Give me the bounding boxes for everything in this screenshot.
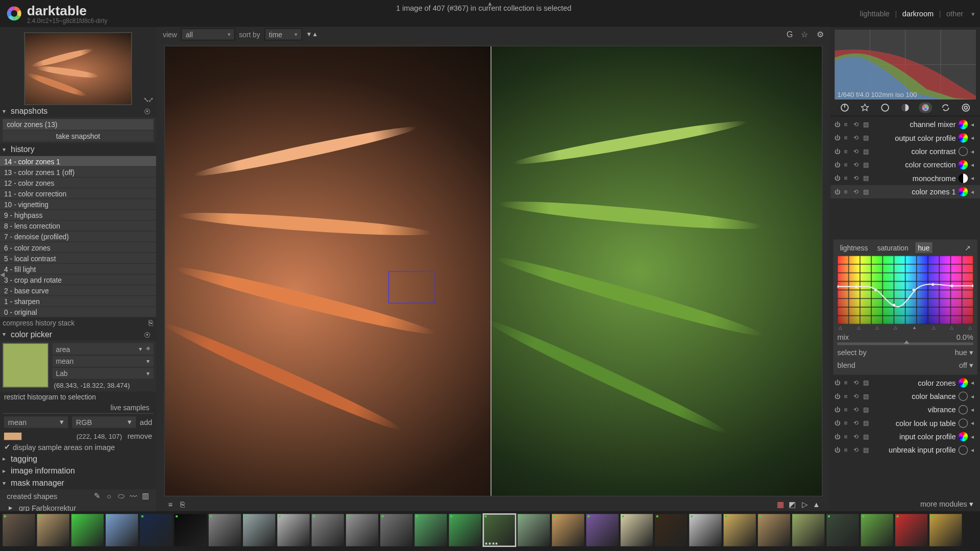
preset-icon[interactable]: ▤ xyxy=(863,135,870,141)
module-row[interactable]: ⏻≡⟲▤unbreak input profile◂ xyxy=(830,443,980,456)
module-row[interactable]: ⏻≡⟲▤monochrome◂ xyxy=(830,171,980,185)
snapshot-current[interactable]: color zones (13) xyxy=(3,119,153,130)
history-header[interactable]: ▾history xyxy=(0,143,156,156)
expand-arrow-icon[interactable]: ◂ xyxy=(971,406,976,413)
filmstrip[interactable]: ★★★★ xyxy=(0,511,980,549)
snapshots-header[interactable]: ▾snapshots⦿ xyxy=(0,105,156,117)
power-icon[interactable]: ⏻ xyxy=(835,379,841,386)
expand-arrow-icon[interactable]: ◂ xyxy=(971,188,976,195)
history-item[interactable]: 12 - color zones xyxy=(0,178,156,188)
filmstrip-thumb[interactable]: ★★★★ xyxy=(483,514,516,546)
gear-icon[interactable]: ⚙ xyxy=(817,30,824,39)
reset-icon[interactable]: ⟲ xyxy=(853,121,860,128)
reset-icon[interactable]: ⟲ xyxy=(853,392,860,399)
gear-icon[interactable]: ⦿ xyxy=(144,331,151,338)
popout-icon[interactable]: ↗ xyxy=(962,242,973,253)
color-zones-curve[interactable] xyxy=(837,255,973,324)
power-icon[interactable]: ⏻ xyxy=(835,188,841,195)
compress-history-button[interactable]: compress history stack xyxy=(3,319,149,327)
expand-arrow-icon[interactable]: ◂ xyxy=(971,121,976,128)
history-item[interactable]: 2 - base curve xyxy=(0,285,156,295)
filmstrip-thumb[interactable] xyxy=(758,514,790,546)
filmstrip-thumb[interactable] xyxy=(621,514,653,546)
active-modules-tab-icon[interactable] xyxy=(838,102,851,113)
tone-tab-icon[interactable] xyxy=(898,102,912,113)
reset-icon[interactable]: ⟲ xyxy=(853,175,860,182)
filmstrip-thumb[interactable] xyxy=(414,514,447,546)
multi-instance-icon[interactable]: ≡ xyxy=(844,135,851,141)
module-row[interactable]: ⏻≡⟲▤color correction◂ xyxy=(830,158,980,171)
history-item[interactable]: 14 - color zones 1 xyxy=(0,156,156,166)
expand-arrow-icon[interactable]: ◂ xyxy=(971,148,976,155)
view-other-menu-icon[interactable]: ▾ xyxy=(971,10,975,17)
module-row[interactable]: ⏻≡⟲▤color zones 1◂ xyxy=(830,185,980,198)
power-icon[interactable]: ⏻ xyxy=(835,161,841,168)
cz-tab-hue[interactable]: hue xyxy=(915,242,933,253)
color-picker-header[interactable]: ▾color picker⦿ xyxy=(0,329,156,341)
filmstrip-thumb[interactable] xyxy=(312,514,344,546)
reset-icon[interactable]: ⟲ xyxy=(853,379,860,386)
filmstrip-thumb[interactable] xyxy=(3,514,35,546)
power-icon[interactable]: ⏻ xyxy=(835,433,841,440)
module-row[interactable]: ⏻≡⟲▤input color profile◂ xyxy=(830,430,980,443)
sample-stat-select[interactable]: mean▾ xyxy=(4,416,68,428)
preset-icon[interactable]: ▤ xyxy=(863,379,870,386)
filmstrip-thumb[interactable] xyxy=(243,514,275,546)
view-other[interactable]: other xyxy=(946,9,963,17)
history-item[interactable]: 7 - denoise (profiled) xyxy=(0,232,156,242)
image-canvas[interactable] xyxy=(164,46,823,497)
expand-arrow-icon[interactable]: ◂ xyxy=(971,392,976,399)
preset-icon[interactable]: ▤ xyxy=(863,161,870,168)
expand-arrow-icon[interactable]: ◂ xyxy=(971,379,976,386)
preset-icon[interactable]: ▤ xyxy=(863,433,870,440)
reset-icon[interactable]: ⟲ xyxy=(853,433,860,440)
multi-instance-icon[interactable]: ≡ xyxy=(844,188,851,195)
g-icon[interactable]: G xyxy=(787,30,793,39)
preset-icon[interactable]: ▤ xyxy=(863,188,870,195)
correction-tab-icon[interactable] xyxy=(939,102,952,113)
filmstrip-thumb[interactable] xyxy=(346,514,378,546)
sample-model-select[interactable]: RGB▾ xyxy=(72,416,136,428)
top-panel-toggle[interactable]: ▲ xyxy=(487,0,493,7)
history-item[interactable]: 10 - vignetting xyxy=(0,199,156,209)
select-by-value[interactable]: hue xyxy=(955,348,967,356)
power-icon[interactable]: ⏻ xyxy=(835,175,841,182)
multi-instance-icon[interactable]: ≡ xyxy=(844,175,851,182)
reset-icon[interactable]: ⟲ xyxy=(853,188,860,195)
module-row[interactable]: ⏻≡⟲▤color balance◂ xyxy=(830,389,980,403)
sort-direction-icon[interactable]: ▼▲ xyxy=(306,31,318,38)
star-icon[interactable]: ☆ xyxy=(801,30,808,39)
filmstrip-thumb[interactable] xyxy=(826,514,859,546)
restrict-histogram-label[interactable]: restrict histogram to selection xyxy=(0,391,156,402)
module-row[interactable]: ⏻≡⟲▤output color profile◂ xyxy=(830,131,980,144)
expand-arrow-icon[interactable]: ◂ xyxy=(971,446,976,453)
history-item[interactable]: 11 - color correction xyxy=(0,188,156,198)
preset-icon[interactable]: ▤ xyxy=(863,406,870,413)
expand-icon[interactable]: ⤡ ⤢ xyxy=(143,96,152,104)
multi-instance-icon[interactable]: ≡ xyxy=(844,419,851,426)
expand-arrow-icon[interactable]: ◂ xyxy=(971,161,976,168)
filmstrip-thumb[interactable] xyxy=(380,514,412,546)
history-item[interactable]: 3 - crop and rotate xyxy=(0,274,156,285)
favorites-tab-icon[interactable] xyxy=(858,102,871,113)
more-modules-button[interactable]: more modules ▾ xyxy=(830,497,980,512)
circle-icon[interactable]: ○ xyxy=(105,492,113,500)
cz-tab-saturation[interactable]: saturation xyxy=(875,242,911,253)
reset-icon[interactable]: ⟲ xyxy=(853,419,860,426)
histogram[interactable]: 1/640 f/4.0 102mm iso 100 xyxy=(835,30,976,99)
history-item[interactable]: 13 - color zones 1 (off) xyxy=(0,167,156,177)
history-item[interactable]: 5 - local contrast xyxy=(0,253,156,263)
check-icon[interactable]: ✔ xyxy=(4,443,10,452)
filmstrip-thumb[interactable] xyxy=(175,514,207,546)
view-darkroom[interactable]: darkroom xyxy=(902,9,934,17)
multi-instance-icon[interactable]: ≡ xyxy=(844,446,851,453)
expand-arrow-icon[interactable]: ◂ xyxy=(971,433,976,440)
filmstrip-thumb[interactable] xyxy=(689,514,721,546)
filmstrip-thumb[interactable] xyxy=(71,514,104,546)
filmstrip-thumb[interactable] xyxy=(792,514,824,546)
power-icon[interactable]: ⏻ xyxy=(835,148,841,155)
filmstrip-thumb[interactable] xyxy=(518,514,550,546)
filmstrip-thumb[interactable] xyxy=(140,514,172,546)
reset-icon[interactable]: ⟲ xyxy=(853,135,860,141)
filmstrip-thumb[interactable] xyxy=(37,514,69,546)
